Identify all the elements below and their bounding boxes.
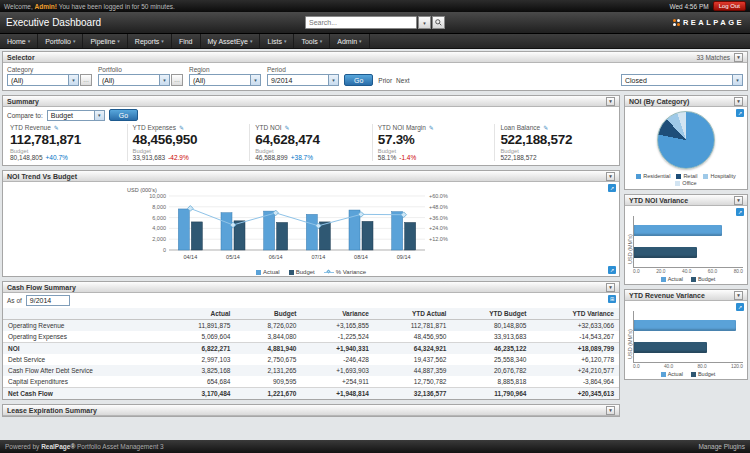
search-scope-button[interactable]: ▾ — [418, 16, 431, 29]
hbar-plot — [633, 216, 743, 268]
picker-button[interactable]: … — [171, 74, 183, 86]
chevron-down-icon: ▾ — [284, 38, 287, 44]
menu-item-home[interactable]: Home▾ — [0, 34, 38, 48]
selector-go-button[interactable]: Go — [344, 74, 373, 86]
hbar-main: 0.020.040.060.080.0 ActualBudget — [633, 216, 743, 282]
closed-select[interactable]: Closed ▾ — [621, 74, 743, 86]
bar-budget — [634, 342, 707, 353]
table-cell: 25,558,340 — [451, 354, 531, 365]
legend-label: Retail — [683, 173, 697, 179]
variance-line-swatch — [324, 272, 334, 273]
selector-panel-header: Selector 33 Matches ▾ — [3, 52, 747, 63]
edit-icon[interactable]: ✎ — [285, 124, 290, 131]
noi-trend-panel: NOI Trend Vs Budget ▾ ↗ 02,0004,0006,000… — [2, 170, 620, 277]
cash-flow-table: ActualBudgetVarianceYTD ActualYTD Budget… — [3, 308, 619, 399]
svg-text:05/14: 05/14 — [226, 254, 240, 260]
edit-icon[interactable]: ✎ — [429, 124, 434, 131]
table-cell: 3,825,168 — [164, 365, 235, 376]
menu-item-admin[interactable]: Admin▾ — [330, 34, 369, 48]
legend-swatch — [636, 174, 641, 179]
legend-label: Budget — [698, 371, 715, 377]
menu-item-my-asseteye[interactable]: My AssetEye▾ — [201, 34, 261, 48]
export-icon[interactable]: ↗ — [608, 266, 616, 274]
collapse-icon[interactable]: ▾ — [606, 283, 615, 292]
row-label: Cash Flow After Debt Service — [3, 365, 164, 376]
export-icon[interactable]: ↗ — [736, 303, 744, 311]
table-cell: 80,148,805 — [451, 320, 531, 332]
legend-swatch — [661, 277, 666, 282]
axis-tick: 120.0 — [731, 364, 743, 369]
search-input[interactable] — [305, 16, 417, 29]
table-cell: +1,693,903 — [301, 365, 373, 376]
table-cell: 112,781,871 — [374, 320, 451, 332]
edit-icon[interactable]: ✎ — [179, 124, 184, 131]
category-select[interactable]: (All)▾ — [7, 74, 79, 86]
region-select[interactable]: (All)▾ — [189, 74, 261, 86]
summary-go-button[interactable]: Go — [109, 109, 138, 121]
picker-button[interactable]: … — [80, 74, 92, 86]
kpi-title: YTD Expenses — [133, 124, 176, 131]
bar-actual — [634, 320, 736, 331]
kpi-budget-line: 522,188,572 — [500, 154, 612, 161]
axis-label: USD (MM's) — [627, 216, 633, 282]
legend-item-budget: Budget — [691, 371, 715, 377]
edit-icon[interactable]: ✎ — [54, 124, 59, 131]
collapse-icon[interactable]: ▾ — [606, 406, 615, 415]
collapse-icon[interactable]: ▾ — [606, 172, 615, 181]
legend-swatch — [703, 174, 708, 179]
column-header — [3, 308, 164, 320]
axis-tick: 80.0 — [697, 364, 706, 369]
prior-link[interactable]: Prior — [378, 77, 392, 84]
collapse-icon[interactable]: ▾ — [734, 97, 743, 106]
hbar-row-actual — [634, 225, 743, 237]
noi-by-category-panel: NOI (By Category) ▾ ↗ ResidentialRetailH… — [624, 95, 748, 190]
menu-item-reports[interactable]: Reports▾ — [128, 34, 172, 48]
menu-item-find[interactable]: Find — [172, 34, 201, 48]
menu-item-portfolio[interactable]: Portfolio▾ — [38, 34, 83, 48]
legend-item-office: Office — [675, 180, 696, 186]
column-header: Budget — [235, 308, 301, 320]
next-link[interactable]: Next — [396, 77, 409, 84]
edit-icon[interactable]: ✎ — [543, 124, 548, 131]
axis-tick: 80.0 — [734, 269, 743, 274]
collapse-icon[interactable]: ▾ — [734, 291, 743, 300]
table-cell: -246,428 — [301, 354, 373, 365]
hbar-row-budget — [634, 341, 743, 353]
collapse-icon[interactable]: ▾ — [606, 97, 615, 106]
left-column: Summary ▾ Compare to: Budget ▾ Go YTD Re… — [0, 93, 622, 440]
collapse-icon[interactable]: ▾ — [734, 196, 743, 205]
svg-text:08/14: 08/14 — [354, 254, 368, 260]
dashboard-content: Summary ▾ Compare to: Budget ▾ Go YTD Re… — [0, 93, 750, 440]
export-icon[interactable]: ↗ — [736, 208, 744, 216]
ytd-revenue-variance-panel: YTD Revenue Variance ▾ ↗ USD (MM's) 0.04… — [624, 289, 748, 380]
table-cell: +6,120,778 — [531, 354, 619, 365]
svg-text:10,000: 10,000 — [149, 193, 166, 199]
as-of-input[interactable]: 9/2014 — [26, 295, 70, 306]
row-label: Capital Expenditures — [3, 376, 164, 388]
table-cell: +32,633,066 — [531, 320, 619, 332]
table-cell: 12,750,782 — [374, 376, 451, 388]
hbar-row-actual — [634, 320, 743, 332]
menu-bar: Home▾Portfolio▾Pipeline▾Reports▾FindMy A… — [0, 34, 750, 49]
logout-button[interactable]: Log Out — [713, 1, 746, 11]
portfolio-select[interactable]: (All)▾ — [98, 74, 170, 86]
kpi-budget-value: 80,148,805 — [10, 154, 43, 161]
hbar-axis-ticks: 0.020.040.060.080.0 — [633, 269, 743, 274]
export-icon[interactable]: ↗ — [736, 109, 744, 117]
manage-plugins-link[interactable]: Manage Plugins — [698, 443, 745, 450]
collapse-icon[interactable]: ▾ — [734, 53, 743, 62]
table-cell: +1,948,814 — [301, 388, 373, 400]
welcome-suffix: You have been logged in for 50 minutes. — [57, 3, 175, 10]
menu-item-tools[interactable]: Tools▾ — [294, 34, 330, 48]
kpi-title: YTD NOI — [255, 124, 281, 131]
menu-item-pipeline[interactable]: Pipeline▾ — [83, 34, 127, 48]
export-icon[interactable]: ⊞ — [608, 295, 616, 303]
search-button[interactable] — [432, 16, 445, 29]
kpi-budget-line: 46,588,899+38.7% — [255, 154, 367, 161]
chevron-down-icon: ▾ — [73, 38, 76, 44]
export-icon[interactable]: ↗ — [608, 184, 616, 192]
svg-text:07/14: 07/14 — [311, 254, 325, 260]
menu-item-lists[interactable]: Lists▾ — [260, 34, 294, 48]
compare-to-select[interactable]: Budget ▾ — [47, 110, 105, 121]
period-select[interactable]: 9/2014▾ — [267, 74, 339, 86]
